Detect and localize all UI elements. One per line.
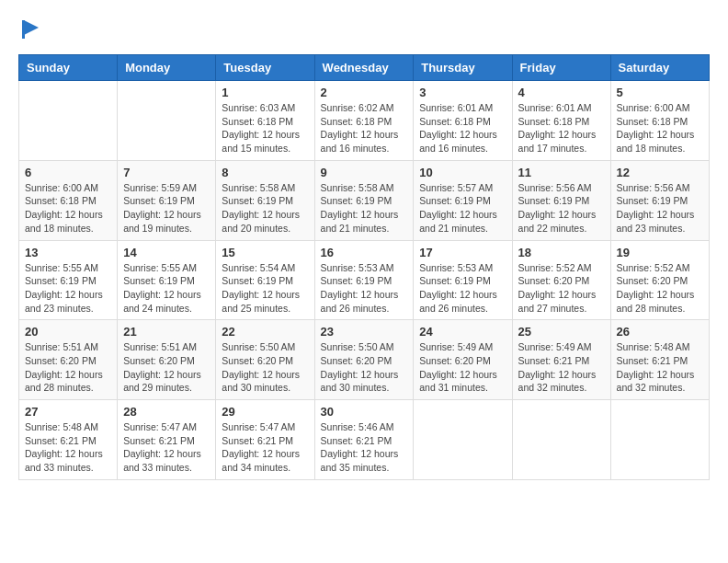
calendar-cell: 30Sunrise: 5:46 AM Sunset: 6:21 PM Dayli… bbox=[314, 400, 414, 480]
day-info: Sunrise: 6:01 AM Sunset: 6:18 PM Dayligh… bbox=[518, 101, 605, 155]
day-number: 27 bbox=[25, 405, 111, 419]
day-number: 18 bbox=[518, 246, 605, 259]
day-info: Sunrise: 5:51 AM Sunset: 6:20 PM Dayligh… bbox=[123, 340, 210, 395]
day-info: Sunrise: 5:50 AM Sunset: 6:20 PM Dayligh… bbox=[321, 340, 408, 395]
day-info: Sunrise: 5:56 AM Sunset: 6:19 PM Dayligh… bbox=[617, 181, 703, 236]
day-info: Sunrise: 5:48 AM Sunset: 6:21 PM Dayligh… bbox=[25, 420, 111, 475]
day-info: Sunrise: 5:53 AM Sunset: 6:19 PM Dayligh… bbox=[321, 261, 408, 316]
day-info: Sunrise: 5:58 AM Sunset: 6:19 PM Dayligh… bbox=[222, 181, 308, 236]
day-info: Sunrise: 5:57 AM Sunset: 6:19 PM Dayligh… bbox=[419, 181, 506, 236]
header bbox=[18, 18, 710, 45]
calendar-table: SundayMondayTuesdayWednesdayThursdayFrid… bbox=[18, 54, 710, 480]
day-number: 25 bbox=[518, 325, 605, 339]
day-number: 23 bbox=[321, 325, 408, 339]
calendar-cell: 25Sunrise: 5:49 AM Sunset: 6:21 PM Dayli… bbox=[512, 320, 610, 400]
logo bbox=[18, 18, 42, 45]
calendar-cell: 16Sunrise: 5:53 AM Sunset: 6:19 PM Dayli… bbox=[314, 240, 414, 320]
day-number: 28 bbox=[123, 405, 210, 419]
calendar-cell: 24Sunrise: 5:49 AM Sunset: 6:20 PM Dayli… bbox=[414, 320, 512, 400]
day-info: Sunrise: 5:50 AM Sunset: 6:20 PM Dayligh… bbox=[222, 340, 308, 395]
calendar-cell: 19Sunrise: 5:52 AM Sunset: 6:20 PM Dayli… bbox=[610, 240, 709, 320]
day-number: 6 bbox=[25, 166, 111, 179]
calendar-cell: 17Sunrise: 5:53 AM Sunset: 6:19 PM Dayli… bbox=[414, 240, 512, 320]
day-info: Sunrise: 5:49 AM Sunset: 6:20 PM Dayligh… bbox=[419, 340, 506, 395]
day-number: 9 bbox=[321, 166, 408, 179]
day-number: 20 bbox=[25, 325, 111, 339]
logo-flag-icon bbox=[20, 18, 42, 40]
day-number: 22 bbox=[222, 325, 308, 339]
calendar-week-row: 20Sunrise: 5:51 AM Sunset: 6:20 PM Dayli… bbox=[19, 320, 710, 400]
calendar-cell: 18Sunrise: 5:52 AM Sunset: 6:20 PM Dayli… bbox=[512, 240, 610, 320]
calendar-cell bbox=[19, 81, 118, 161]
calendar-cell: 27Sunrise: 5:48 AM Sunset: 6:21 PM Dayli… bbox=[19, 400, 118, 480]
calendar-cell: 22Sunrise: 5:50 AM Sunset: 6:20 PM Dayli… bbox=[216, 320, 314, 400]
day-number: 15 bbox=[222, 246, 308, 259]
day-info: Sunrise: 6:01 AM Sunset: 6:18 PM Dayligh… bbox=[419, 101, 506, 155]
day-number: 14 bbox=[123, 246, 210, 259]
day-number: 5 bbox=[617, 86, 703, 99]
day-info: Sunrise: 5:54 AM Sunset: 6:19 PM Dayligh… bbox=[222, 261, 308, 316]
calendar-cell: 8Sunrise: 5:58 AM Sunset: 6:19 PM Daylig… bbox=[216, 160, 314, 240]
day-number: 8 bbox=[222, 166, 308, 179]
calendar-cell: 20Sunrise: 5:51 AM Sunset: 6:20 PM Dayli… bbox=[19, 320, 118, 400]
day-info: Sunrise: 5:53 AM Sunset: 6:19 PM Dayligh… bbox=[419, 261, 506, 316]
svg-marker-0 bbox=[24, 20, 39, 35]
day-info: Sunrise: 5:56 AM Sunset: 6:19 PM Dayligh… bbox=[518, 181, 605, 236]
day-info: Sunrise: 5:51 AM Sunset: 6:20 PM Dayligh… bbox=[25, 340, 111, 395]
logo-text bbox=[18, 18, 42, 45]
calendar-cell: 21Sunrise: 5:51 AM Sunset: 6:20 PM Dayli… bbox=[118, 320, 216, 400]
weekday-header-thursday: Thursday bbox=[414, 55, 512, 81]
day-number: 3 bbox=[419, 86, 506, 99]
calendar-cell: 7Sunrise: 5:59 AM Sunset: 6:19 PM Daylig… bbox=[118, 160, 216, 240]
calendar-cell bbox=[610, 400, 709, 480]
weekday-header-tuesday: Tuesday bbox=[216, 55, 314, 81]
day-info: Sunrise: 5:47 AM Sunset: 6:21 PM Dayligh… bbox=[222, 420, 308, 475]
day-number: 7 bbox=[123, 166, 210, 179]
weekday-header-monday: Monday bbox=[118, 55, 216, 81]
calendar-cell: 1Sunrise: 6:03 AM Sunset: 6:18 PM Daylig… bbox=[216, 81, 314, 161]
day-number: 29 bbox=[222, 405, 308, 419]
day-number: 17 bbox=[419, 246, 506, 259]
calendar-cell: 5Sunrise: 6:00 AM Sunset: 6:18 PM Daylig… bbox=[610, 81, 709, 161]
calendar-cell bbox=[512, 400, 610, 480]
calendar-cell: 26Sunrise: 5:48 AM Sunset: 6:21 PM Dayli… bbox=[610, 320, 709, 400]
weekday-header-saturday: Saturday bbox=[610, 55, 709, 81]
day-number: 1 bbox=[222, 86, 308, 99]
calendar-cell bbox=[414, 400, 512, 480]
day-number: 2 bbox=[321, 86, 408, 99]
day-info: Sunrise: 5:59 AM Sunset: 6:19 PM Dayligh… bbox=[123, 181, 210, 236]
day-number: 24 bbox=[419, 325, 506, 339]
weekday-header-sunday: Sunday bbox=[19, 55, 118, 81]
day-number: 12 bbox=[617, 166, 703, 179]
day-number: 26 bbox=[617, 325, 703, 339]
day-number: 10 bbox=[419, 166, 506, 179]
day-number: 4 bbox=[518, 86, 605, 99]
calendar-week-row: 6Sunrise: 6:00 AM Sunset: 6:18 PM Daylig… bbox=[19, 160, 710, 240]
day-info: Sunrise: 5:58 AM Sunset: 6:19 PM Dayligh… bbox=[321, 181, 408, 236]
day-number: 19 bbox=[617, 246, 703, 259]
calendar-cell: 28Sunrise: 5:47 AM Sunset: 6:21 PM Dayli… bbox=[118, 400, 216, 480]
day-info: Sunrise: 5:55 AM Sunset: 6:19 PM Dayligh… bbox=[123, 261, 210, 316]
calendar-cell: 10Sunrise: 5:57 AM Sunset: 6:19 PM Dayli… bbox=[414, 160, 512, 240]
calendar-cell: 12Sunrise: 5:56 AM Sunset: 6:19 PM Dayli… bbox=[610, 160, 709, 240]
day-info: Sunrise: 5:52 AM Sunset: 6:20 PM Dayligh… bbox=[518, 261, 605, 316]
day-info: Sunrise: 5:52 AM Sunset: 6:20 PM Dayligh… bbox=[617, 261, 703, 316]
weekday-header-row: SundayMondayTuesdayWednesdayThursdayFrid… bbox=[19, 55, 710, 81]
calendar-cell: 6Sunrise: 6:00 AM Sunset: 6:18 PM Daylig… bbox=[19, 160, 118, 240]
calendar-week-row: 1Sunrise: 6:03 AM Sunset: 6:18 PM Daylig… bbox=[19, 81, 710, 161]
calendar-cell: 14Sunrise: 5:55 AM Sunset: 6:19 PM Dayli… bbox=[118, 240, 216, 320]
weekday-header-friday: Friday bbox=[512, 55, 610, 81]
day-info: Sunrise: 5:46 AM Sunset: 6:21 PM Dayligh… bbox=[321, 420, 408, 475]
day-number: 13 bbox=[25, 246, 111, 259]
day-info: Sunrise: 5:49 AM Sunset: 6:21 PM Dayligh… bbox=[518, 340, 605, 395]
day-info: Sunrise: 6:03 AM Sunset: 6:18 PM Dayligh… bbox=[222, 101, 308, 155]
calendar-week-row: 27Sunrise: 5:48 AM Sunset: 6:21 PM Dayli… bbox=[19, 400, 710, 480]
day-info: Sunrise: 5:48 AM Sunset: 6:21 PM Dayligh… bbox=[617, 340, 703, 395]
day-number: 16 bbox=[321, 246, 408, 259]
day-info: Sunrise: 6:00 AM Sunset: 6:18 PM Dayligh… bbox=[617, 101, 703, 155]
weekday-header-wednesday: Wednesday bbox=[314, 55, 414, 81]
calendar-cell: 4Sunrise: 6:01 AM Sunset: 6:18 PM Daylig… bbox=[512, 81, 610, 161]
svg-rect-1 bbox=[22, 20, 25, 39]
day-info: Sunrise: 6:00 AM Sunset: 6:18 PM Dayligh… bbox=[25, 181, 111, 236]
day-info: Sunrise: 5:47 AM Sunset: 6:21 PM Dayligh… bbox=[123, 420, 210, 475]
